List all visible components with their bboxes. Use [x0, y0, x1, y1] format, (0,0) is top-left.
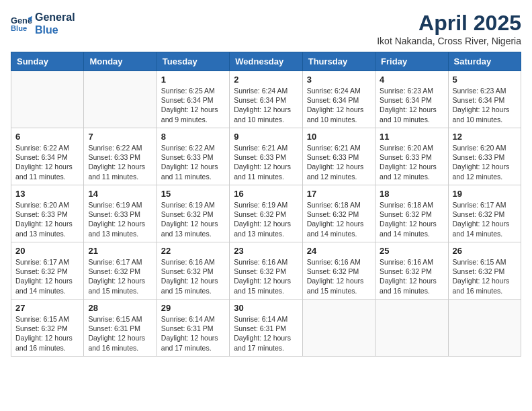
day-detail: Sunrise: 6:16 AM Sunset: 6:32 PM Dayligh…: [307, 257, 371, 295]
logo: General Blue General Blue: [11, 11, 75, 36]
day-detail: Sunrise: 6:24 AM Sunset: 6:34 PM Dayligh…: [234, 86, 298, 124]
day-detail: Sunrise: 6:15 AM Sunset: 6:32 PM Dayligh…: [453, 257, 517, 295]
day-number: 14: [88, 189, 152, 199]
day-number: 13: [15, 189, 79, 199]
day-number: 15: [161, 189, 225, 199]
week-row: 6Sunrise: 6:22 AM Sunset: 6:34 PM Daylig…: [11, 128, 521, 185]
day-detail: Sunrise: 6:25 AM Sunset: 6:34 PM Dayligh…: [161, 86, 225, 124]
day-number: 21: [88, 246, 152, 256]
calendar-cell: 9Sunrise: 6:21 AM Sunset: 6:33 PM Daylig…: [230, 128, 302, 185]
calendar-cell: 3Sunrise: 6:24 AM Sunset: 6:34 PM Daylig…: [302, 71, 375, 128]
day-detail: Sunrise: 6:17 AM Sunset: 6:32 PM Dayligh…: [453, 200, 517, 238]
calendar-cell: 12Sunrise: 6:20 AM Sunset: 6:33 PM Dayli…: [448, 128, 521, 185]
week-row: 1Sunrise: 6:25 AM Sunset: 6:34 PM Daylig…: [11, 71, 521, 128]
day-number: 25: [380, 246, 443, 256]
page-header: General Blue General Blue April 2025 Iko…: [11, 11, 521, 46]
calendar-cell: [302, 300, 375, 357]
calendar-cell: 28Sunrise: 6:15 AM Sunset: 6:31 PM Dayli…: [84, 300, 157, 357]
day-detail: Sunrise: 6:16 AM Sunset: 6:32 PM Dayligh…: [161, 257, 225, 295]
weekday-header: Sunday: [11, 52, 84, 71]
day-number: 17: [307, 189, 371, 199]
calendar-cell: 8Sunrise: 6:22 AM Sunset: 6:33 PM Daylig…: [157, 128, 229, 185]
day-detail: Sunrise: 6:17 AM Sunset: 6:32 PM Dayligh…: [15, 257, 79, 295]
calendar-cell: 7Sunrise: 6:22 AM Sunset: 6:33 PM Daylig…: [84, 128, 157, 185]
title-block: April 2025 Ikot Nakanda, Cross River, Ni…: [377, 11, 521, 46]
day-number: 20: [15, 246, 79, 256]
day-number: 8: [161, 132, 225, 142]
calendar-cell: 4Sunrise: 6:23 AM Sunset: 6:34 PM Daylig…: [375, 71, 448, 128]
day-number: 11: [380, 132, 443, 142]
day-number: 7: [88, 132, 152, 142]
day-number: 28: [88, 303, 152, 313]
day-detail: Sunrise: 6:18 AM Sunset: 6:32 PM Dayligh…: [380, 200, 443, 238]
day-number: 22: [161, 246, 225, 256]
day-detail: Sunrise: 6:14 AM Sunset: 6:31 PM Dayligh…: [234, 314, 298, 353]
calendar-cell: 20Sunrise: 6:17 AM Sunset: 6:32 PM Dayli…: [11, 242, 84, 300]
day-number: 4: [380, 75, 443, 85]
location-title: Ikot Nakanda, Cross River, Nigeria: [377, 36, 521, 46]
day-detail: Sunrise: 6:15 AM Sunset: 6:31 PM Dayligh…: [88, 314, 152, 353]
day-detail: Sunrise: 6:21 AM Sunset: 6:33 PM Dayligh…: [234, 143, 298, 181]
day-number: 24: [307, 246, 371, 256]
month-title: April 2025: [377, 11, 521, 36]
calendar-table: SundayMondayTuesdayWednesdayThursdayFrid…: [11, 52, 521, 357]
day-number: 3: [307, 75, 371, 85]
day-detail: Sunrise: 6:22 AM Sunset: 6:33 PM Dayligh…: [161, 143, 225, 181]
calendar-header-row: SundayMondayTuesdayWednesdayThursdayFrid…: [11, 52, 521, 71]
calendar-cell: 5Sunrise: 6:23 AM Sunset: 6:34 PM Daylig…: [448, 71, 521, 128]
day-number: 1: [161, 75, 225, 85]
calendar-cell: 11Sunrise: 6:20 AM Sunset: 6:33 PM Dayli…: [375, 128, 448, 185]
day-detail: Sunrise: 6:20 AM Sunset: 6:33 PM Dayligh…: [380, 143, 443, 181]
calendar-cell: 25Sunrise: 6:16 AM Sunset: 6:32 PM Dayli…: [375, 242, 448, 300]
day-detail: Sunrise: 6:19 AM Sunset: 6:32 PM Dayligh…: [234, 200, 298, 238]
weekday-header: Monday: [84, 52, 157, 71]
day-detail: Sunrise: 6:15 AM Sunset: 6:32 PM Dayligh…: [15, 314, 79, 353]
calendar-cell: 13Sunrise: 6:20 AM Sunset: 6:33 PM Dayli…: [11, 185, 84, 242]
calendar-cell: [11, 71, 84, 128]
calendar-cell: 30Sunrise: 6:14 AM Sunset: 6:31 PM Dayli…: [230, 300, 302, 357]
day-detail: Sunrise: 6:16 AM Sunset: 6:32 PM Dayligh…: [380, 257, 443, 295]
day-number: 27: [15, 303, 79, 313]
calendar-cell: [448, 300, 521, 357]
week-row: 20Sunrise: 6:17 AM Sunset: 6:32 PM Dayli…: [11, 242, 521, 300]
calendar-cell: 2Sunrise: 6:24 AM Sunset: 6:34 PM Daylig…: [230, 71, 302, 128]
calendar-cell: 19Sunrise: 6:17 AM Sunset: 6:32 PM Dayli…: [448, 185, 521, 242]
calendar-cell: 18Sunrise: 6:18 AM Sunset: 6:32 PM Dayli…: [375, 185, 448, 242]
logo-icon: General Blue: [11, 13, 32, 34]
day-detail: Sunrise: 6:22 AM Sunset: 6:34 PM Dayligh…: [15, 143, 79, 181]
calendar-cell: 22Sunrise: 6:16 AM Sunset: 6:32 PM Dayli…: [157, 242, 229, 300]
calendar-cell: [84, 71, 157, 128]
calendar-cell: 15Sunrise: 6:19 AM Sunset: 6:32 PM Dayli…: [157, 185, 229, 242]
calendar-cell: 26Sunrise: 6:15 AM Sunset: 6:32 PM Dayli…: [448, 242, 521, 300]
logo-line1: General: [35, 11, 75, 24]
day-detail: Sunrise: 6:20 AM Sunset: 6:33 PM Dayligh…: [453, 143, 517, 181]
week-row: 27Sunrise: 6:15 AM Sunset: 6:32 PM Dayli…: [11, 300, 521, 357]
day-number: 10: [307, 132, 371, 142]
day-number: 26: [453, 246, 517, 256]
weekday-header: Thursday: [302, 52, 375, 71]
week-row: 13Sunrise: 6:20 AM Sunset: 6:33 PM Dayli…: [11, 185, 521, 242]
calendar-cell: 23Sunrise: 6:16 AM Sunset: 6:32 PM Dayli…: [230, 242, 302, 300]
day-detail: Sunrise: 6:23 AM Sunset: 6:34 PM Dayligh…: [380, 86, 443, 124]
day-number: 29: [161, 303, 225, 313]
day-detail: Sunrise: 6:22 AM Sunset: 6:33 PM Dayligh…: [88, 143, 152, 181]
calendar-cell: 29Sunrise: 6:14 AM Sunset: 6:31 PM Dayli…: [157, 300, 229, 357]
logo-line2: Blue: [35, 24, 75, 36]
day-number: 18: [380, 189, 443, 199]
day-number: 30: [234, 303, 298, 313]
calendar-cell: 16Sunrise: 6:19 AM Sunset: 6:32 PM Dayli…: [230, 185, 302, 242]
calendar-cell: 24Sunrise: 6:16 AM Sunset: 6:32 PM Dayli…: [302, 242, 375, 300]
day-detail: Sunrise: 6:17 AM Sunset: 6:32 PM Dayligh…: [88, 257, 152, 295]
weekday-header: Tuesday: [157, 52, 229, 71]
day-detail: Sunrise: 6:20 AM Sunset: 6:33 PM Dayligh…: [15, 200, 79, 238]
calendar-cell: 6Sunrise: 6:22 AM Sunset: 6:34 PM Daylig…: [11, 128, 84, 185]
day-number: 6: [15, 132, 79, 142]
day-number: 19: [453, 189, 517, 199]
svg-text:Blue: Blue: [11, 24, 27, 32]
day-detail: Sunrise: 6:14 AM Sunset: 6:31 PM Dayligh…: [161, 314, 225, 353]
day-number: 23: [234, 246, 298, 256]
day-detail: Sunrise: 6:19 AM Sunset: 6:33 PM Dayligh…: [88, 200, 152, 238]
day-number: 16: [234, 189, 298, 199]
day-number: 9: [234, 132, 298, 142]
weekday-header: Wednesday: [230, 52, 302, 71]
